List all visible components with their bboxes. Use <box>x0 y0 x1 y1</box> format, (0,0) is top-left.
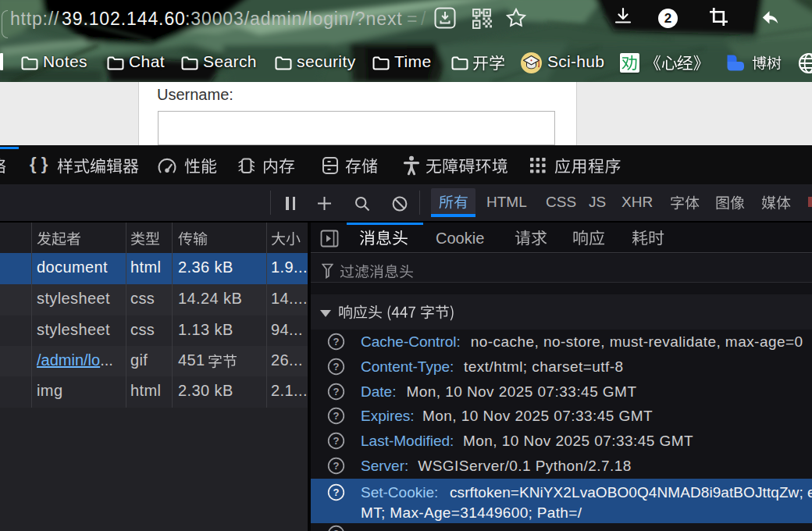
svg-text:?: ? <box>333 410 340 422</box>
svg-text:?: ? <box>333 336 340 347</box>
svg-text:?: ? <box>333 460 340 472</box>
svg-text:?: ? <box>333 386 340 397</box>
svg-text:?: ? <box>333 361 340 372</box>
svg-text:?: ? <box>333 528 340 531</box>
svg-text:?: ? <box>333 486 340 498</box>
svg-text:?: ? <box>333 435 340 447</box>
